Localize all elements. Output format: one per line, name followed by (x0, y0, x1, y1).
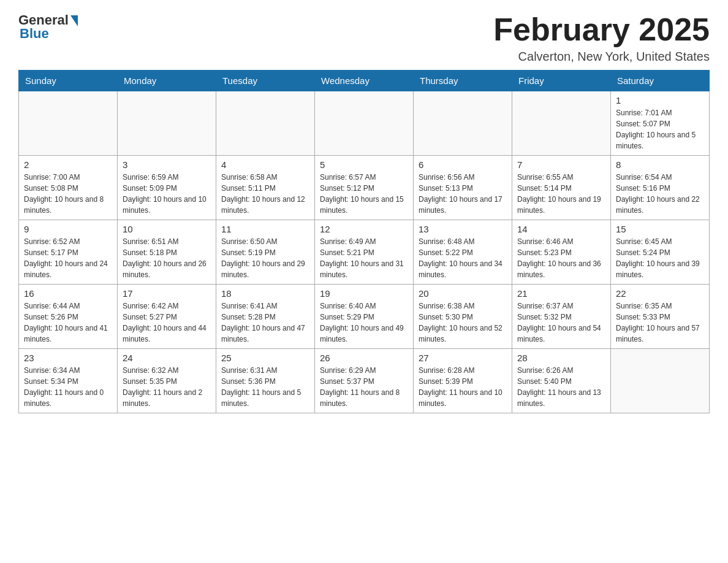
day-info: Sunrise: 6:28 AMSunset: 5:39 PMDaylight:… (419, 365, 507, 409)
title-section: February 2025 Calverton, New York, Unite… (493, 12, 710, 64)
day-number: 7 (517, 159, 605, 170)
calendar-cell: 10Sunrise: 6:51 AMSunset: 5:18 PMDayligh… (118, 220, 216, 285)
day-number: 11 (221, 224, 309, 234)
day-info: Sunrise: 6:48 AMSunset: 5:22 PMDaylight:… (419, 236, 507, 280)
day-number: 18 (221, 288, 309, 299)
calendar-cell: 5Sunrise: 6:57 AMSunset: 5:12 PMDaylight… (315, 156, 414, 220)
day-info: Sunrise: 7:00 AMSunset: 5:08 PMDaylight:… (24, 172, 112, 216)
month-title: February 2025 (493, 12, 710, 47)
calendar-cell (216, 91, 315, 156)
week-row-2: 2Sunrise: 7:00 AMSunset: 5:08 PMDaylight… (19, 156, 710, 220)
calendar-cell: 2Sunrise: 7:00 AMSunset: 5:08 PMDaylight… (19, 156, 118, 220)
day-info: Sunrise: 6:52 AMSunset: 5:17 PMDaylight:… (24, 236, 112, 280)
day-info: Sunrise: 6:35 AMSunset: 5:33 PMDaylight:… (616, 301, 704, 345)
day-number: 1 (616, 95, 704, 105)
weekday-header-tuesday: Tuesday (216, 71, 315, 91)
calendar-cell: 23Sunrise: 6:34 AMSunset: 5:34 PMDayligh… (19, 349, 118, 413)
day-info: Sunrise: 6:58 AMSunset: 5:11 PMDaylight:… (221, 172, 309, 216)
calendar-cell: 21Sunrise: 6:37 AMSunset: 5:32 PMDayligh… (512, 285, 611, 349)
logo-arrow-icon (70, 15, 78, 26)
day-number: 8 (616, 159, 704, 170)
day-number: 15 (616, 224, 704, 234)
day-info: Sunrise: 6:40 AMSunset: 5:29 PMDaylight:… (320, 301, 408, 345)
location-subtitle: Calverton, New York, United States (493, 50, 710, 64)
day-number: 21 (517, 288, 605, 299)
calendar-cell: 11Sunrise: 6:50 AMSunset: 5:19 PMDayligh… (216, 220, 315, 285)
page-header: General Blue February 2025 Calverton, Ne… (18, 12, 710, 64)
weekday-header-saturday: Saturday (611, 71, 710, 91)
day-number: 5 (320, 159, 408, 170)
calendar-cell (611, 349, 710, 413)
calendar-cell: 28Sunrise: 6:26 AMSunset: 5:40 PMDayligh… (512, 349, 611, 413)
day-number: 2 (24, 159, 112, 170)
calendar-cell: 22Sunrise: 6:35 AMSunset: 5:33 PMDayligh… (611, 285, 710, 349)
calendar-cell (19, 91, 118, 156)
calendar-cell: 8Sunrise: 6:54 AMSunset: 5:16 PMDaylight… (611, 156, 710, 220)
day-info: Sunrise: 6:32 AMSunset: 5:35 PMDaylight:… (123, 365, 211, 409)
day-info: Sunrise: 6:37 AMSunset: 5:32 PMDaylight:… (517, 301, 605, 345)
week-row-1: 1Sunrise: 7:01 AMSunset: 5:07 PMDaylight… (19, 91, 710, 156)
calendar-cell: 18Sunrise: 6:41 AMSunset: 5:28 PMDayligh… (216, 285, 315, 349)
calendar-cell (315, 91, 414, 156)
day-number: 4 (221, 159, 309, 170)
week-row-4: 16Sunrise: 6:44 AMSunset: 5:26 PMDayligh… (19, 285, 710, 349)
weekday-header-wednesday: Wednesday (315, 71, 414, 91)
day-info: Sunrise: 6:50 AMSunset: 5:19 PMDaylight:… (221, 236, 309, 280)
day-info: Sunrise: 6:26 AMSunset: 5:40 PMDaylight:… (517, 365, 605, 409)
day-number: 16 (24, 288, 112, 299)
calendar-cell: 1Sunrise: 7:01 AMSunset: 5:07 PMDaylight… (611, 91, 710, 156)
day-info: Sunrise: 6:46 AMSunset: 5:23 PMDaylight:… (517, 236, 605, 280)
weekday-header-row: SundayMondayTuesdayWednesdayThursdayFrid… (19, 71, 710, 91)
day-number: 14 (517, 224, 605, 234)
day-info: Sunrise: 6:54 AMSunset: 5:16 PMDaylight:… (616, 172, 704, 216)
calendar-cell (512, 91, 611, 156)
day-number: 12 (320, 224, 408, 234)
weekday-header-friday: Friday (512, 71, 611, 91)
day-number: 3 (123, 159, 211, 170)
calendar-cell: 4Sunrise: 6:58 AMSunset: 5:11 PMDaylight… (216, 156, 315, 220)
day-number: 24 (123, 353, 211, 363)
week-row-5: 23Sunrise: 6:34 AMSunset: 5:34 PMDayligh… (19, 349, 710, 413)
day-info: Sunrise: 6:31 AMSunset: 5:36 PMDaylight:… (221, 365, 309, 409)
calendar-cell (414, 91, 512, 156)
day-info: Sunrise: 6:34 AMSunset: 5:34 PMDaylight:… (24, 365, 112, 409)
calendar-cell: 3Sunrise: 6:59 AMSunset: 5:09 PMDaylight… (118, 156, 216, 220)
calendar-cell: 16Sunrise: 6:44 AMSunset: 5:26 PMDayligh… (19, 285, 118, 349)
calendar-cell (118, 91, 216, 156)
day-number: 27 (419, 353, 507, 363)
day-info: Sunrise: 6:29 AMSunset: 5:37 PMDaylight:… (320, 365, 408, 409)
calendar-cell: 6Sunrise: 6:56 AMSunset: 5:13 PMDaylight… (414, 156, 512, 220)
calendar-cell: 9Sunrise: 6:52 AMSunset: 5:17 PMDaylight… (19, 220, 118, 285)
calendar-cell: 7Sunrise: 6:55 AMSunset: 5:14 PMDaylight… (512, 156, 611, 220)
day-info: Sunrise: 6:51 AMSunset: 5:18 PMDaylight:… (123, 236, 211, 280)
day-info: Sunrise: 6:55 AMSunset: 5:14 PMDaylight:… (517, 172, 605, 216)
day-info: Sunrise: 6:42 AMSunset: 5:27 PMDaylight:… (123, 301, 211, 345)
day-info: Sunrise: 6:44 AMSunset: 5:26 PMDaylight:… (24, 301, 112, 345)
calendar-cell: 26Sunrise: 6:29 AMSunset: 5:37 PMDayligh… (315, 349, 414, 413)
weekday-header-sunday: Sunday (19, 71, 118, 91)
calendar-table: SundayMondayTuesdayWednesdayThursdayFrid… (18, 70, 710, 413)
calendar-cell: 12Sunrise: 6:49 AMSunset: 5:21 PMDayligh… (315, 220, 414, 285)
day-info: Sunrise: 7:01 AMSunset: 5:07 PMDaylight:… (616, 107, 704, 151)
day-number: 20 (419, 288, 507, 299)
day-number: 10 (123, 224, 211, 234)
day-info: Sunrise: 6:41 AMSunset: 5:28 PMDaylight:… (221, 301, 309, 345)
day-number: 9 (24, 224, 112, 234)
day-number: 22 (616, 288, 704, 299)
calendar-cell: 24Sunrise: 6:32 AMSunset: 5:35 PMDayligh… (118, 349, 216, 413)
calendar-cell: 25Sunrise: 6:31 AMSunset: 5:36 PMDayligh… (216, 349, 315, 413)
day-info: Sunrise: 6:49 AMSunset: 5:21 PMDaylight:… (320, 236, 408, 280)
logo-blue-text: Blue (20, 26, 49, 42)
day-info: Sunrise: 6:38 AMSunset: 5:30 PMDaylight:… (419, 301, 507, 345)
day-number: 13 (419, 224, 507, 234)
day-number: 25 (221, 353, 309, 363)
day-number: 23 (24, 353, 112, 363)
calendar-cell: 19Sunrise: 6:40 AMSunset: 5:29 PMDayligh… (315, 285, 414, 349)
calendar-cell: 27Sunrise: 6:28 AMSunset: 5:39 PMDayligh… (414, 349, 512, 413)
logo: General Blue (18, 12, 78, 42)
day-number: 28 (517, 353, 605, 363)
weekday-header-monday: Monday (118, 71, 216, 91)
day-number: 26 (320, 353, 408, 363)
calendar-cell: 14Sunrise: 6:46 AMSunset: 5:23 PMDayligh… (512, 220, 611, 285)
day-number: 6 (419, 159, 507, 170)
